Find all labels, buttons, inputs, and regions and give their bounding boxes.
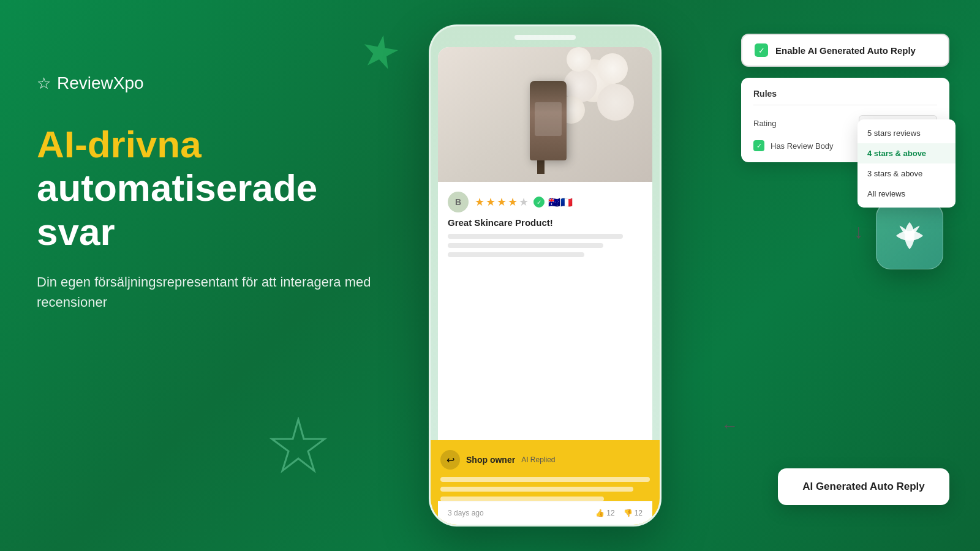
footer-actions: 👍 12 👎 12	[595, 509, 643, 517]
subtext: Din egen försäljningsrepresentant för at…	[37, 272, 392, 312]
dropdown-item-all[interactable]: All reviews	[858, 184, 956, 204]
serum-label	[535, 102, 562, 136]
logo: ☆ ReviewXpo	[37, 73, 392, 93]
owner-reply: ↩ Shop owner AI Replied	[438, 440, 652, 500]
review-title: Great Skincare Product!	[448, 217, 643, 228]
enable-checkbox[interactable]: ✓	[755, 43, 768, 57]
like-button[interactable]: 👍 12	[595, 509, 614, 517]
dropdown-item-4stars[interactable]: 4 stars & above	[858, 143, 956, 163]
owner-name: Shop owner	[466, 455, 515, 465]
review-line-1	[448, 234, 623, 239]
openai-logo-container	[876, 202, 943, 269]
review-line-3	[448, 252, 584, 257]
has-review-label: Has Review Body	[771, 141, 834, 151]
reply-line-3	[440, 497, 604, 500]
right-panel: ✓ Enable AI Generated Auto Reply Rules R…	[741, 34, 949, 173]
has-review-checkbox[interactable]: ✓	[753, 140, 764, 151]
headline-line2: automatiserade svar	[37, 166, 392, 253]
verified-badge: ✓	[533, 197, 545, 208]
serum-bottle	[530, 81, 567, 160]
flag-icons: 🇦🇺🇫🇷	[548, 197, 573, 208]
enable-card[interactable]: ✓ Enable AI Generated Auto Reply	[741, 34, 949, 67]
arrow-down-icon: ↓	[854, 220, 864, 243]
star4-icon: ★	[508, 195, 518, 209]
dropdown-item-5stars[interactable]: 5 stars reviews	[858, 123, 956, 143]
star5-icon: ★	[519, 195, 529, 209]
dropdown-item-3stars[interactable]: 3 stars & above	[858, 163, 956, 184]
star2-icon: ★	[486, 195, 496, 209]
stars-rating: ★ ★ ★ ★ ★ ✓ 🇦🇺🇫🇷	[475, 195, 573, 209]
ai-reply-card: AI Generated Auto Reply	[778, 468, 949, 505]
svg-point-2	[906, 232, 913, 239]
enable-label: Enable AI Generated Auto Reply	[775, 45, 916, 56]
reply-line-2	[440, 487, 633, 492]
ai-reply-label: AI Generated Auto Reply	[802, 481, 925, 492]
svg-marker-1	[272, 419, 325, 471]
review-section: B ★ ★ ★ ★ ★ ✓ 🇦🇺🇫🇷 Great Skincar	[438, 182, 652, 257]
left-section: ☆ ReviewXpo AI-drivna automatiserade sva…	[37, 73, 392, 312]
arrow-left-icon: ←	[721, 416, 738, 436]
rules-card: Rules Rating 4 stars & above ∨ ✓ Has Rev…	[741, 78, 949, 162]
headline: AI-drivna automatiserade svar	[37, 122, 392, 253]
star3-icon: ★	[497, 195, 507, 209]
phone-content: B ★ ★ ★ ★ ★ ✓ 🇦🇺🇫🇷 Great Skincar	[438, 47, 652, 500]
openai-logo-bg	[876, 202, 943, 269]
dislike-button[interactable]: 👎 12	[624, 509, 643, 517]
ai-replied-badge: AI Replied	[521, 455, 555, 464]
reviewer-avatar: B	[448, 192, 469, 212]
footer-timestamp: 3 days ago	[448, 509, 484, 517]
phone-footer: 3 days ago 👍 12 👎 12	[438, 501, 652, 525]
rating-dropdown-popup: 5 stars reviews 4 stars & above 3 stars …	[858, 119, 956, 208]
headline-line1: AI-drivna	[37, 122, 392, 166]
reply-line-1	[440, 477, 650, 482]
phone-mockup: B ★ ★ ★ ★ ★ ✓ 🇦🇺🇫🇷 Great Skincar	[429, 24, 662, 527]
logo-star-icon: ☆	[37, 74, 51, 93]
svg-marker-0	[361, 32, 400, 70]
phone-frame: B ★ ★ ★ ★ ★ ✓ 🇦🇺🇫🇷 Great Skincar	[429, 24, 662, 527]
reviewer-row: B ★ ★ ★ ★ ★ ✓ 🇦🇺🇫🇷	[448, 192, 643, 212]
deco-star-bottom-icon	[270, 417, 328, 478]
owner-header: ↩ Shop owner AI Replied	[440, 450, 650, 470]
rating-label: Rating	[753, 119, 777, 128]
star1-icon: ★	[475, 195, 484, 209]
rules-title: Rules	[753, 89, 937, 105]
owner-avatar-icon: ↩	[440, 450, 460, 470]
phone-notch	[514, 35, 576, 40]
review-line-2	[448, 243, 603, 248]
brand-name: ReviewXpo	[57, 73, 144, 93]
product-image	[438, 47, 652, 182]
